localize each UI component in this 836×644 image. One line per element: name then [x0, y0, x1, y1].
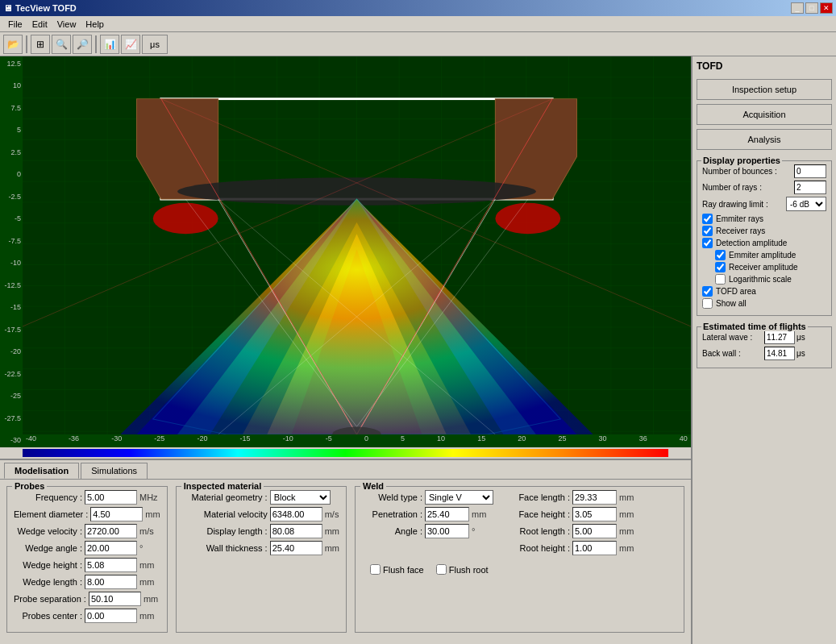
time-of-flights-section: Estimated time of flights Lateral wave :…: [697, 326, 832, 368]
tofd-area-row: TOFD area: [702, 286, 826, 297]
weld-type-select[interactable]: Single V Double V Butt: [425, 490, 493, 505]
root-length-input[interactable]: [572, 524, 617, 538]
wedge-length-input[interactable]: [85, 575, 137, 589]
minimize-button[interactable]: _: [791, 2, 804, 14]
x-label-15: 36: [639, 434, 647, 447]
face-length-input[interactable]: [572, 490, 617, 505]
maximize-button[interactable]: □: [805, 2, 818, 14]
receiver-amplitude-checkbox[interactable]: [715, 262, 726, 272]
open-button[interactable]: 📂: [3, 35, 23, 54]
material-geometry-select[interactable]: Block Pipe: [270, 490, 331, 505]
ray-limit-select[interactable]: -6 dB -3 dB -12 dB: [786, 197, 826, 211]
x-label-0: -40: [26, 434, 36, 447]
y-label-14: -22.5: [0, 370, 23, 378]
x-label-13: 25: [558, 434, 566, 447]
x-label-5: -15: [240, 434, 251, 447]
canvas-area[interactable]: 12.5 10 7.5 5 2.5 0 -2.5 -5 -7.5 -10 -12…: [0, 56, 691, 447]
material-title: Inspected material: [181, 481, 264, 491]
emitter-rays-row: Emmiter rays: [702, 214, 826, 224]
zoom-button[interactable]: 🔍: [52, 35, 71, 54]
zoom-out-button[interactable]: 🔎: [73, 35, 92, 54]
bounces-input[interactable]: [794, 164, 826, 178]
material-velocity-label: Material velocity: [183, 509, 268, 519]
display-length-row: Display length : mm: [183, 524, 339, 538]
logarithmic-scale-checkbox[interactable]: [715, 274, 726, 285]
y-label-15: -25: [0, 392, 23, 400]
wedge-velocity-unit: m/s: [139, 526, 154, 536]
zoom-fit-button[interactable]: ⊞: [31, 35, 50, 54]
menu-help[interactable]: Help: [81, 18, 109, 31]
wall-thickness-input[interactable]: [270, 541, 322, 555]
wedge-length-unit: mm: [139, 577, 154, 587]
close-button[interactable]: ✕: [820, 2, 833, 14]
y-label-7: -5: [0, 214, 23, 222]
tab-content: Probes Frequency : MHz Element diameter …: [0, 479, 691, 639]
angle-row: Angle : °: [362, 524, 493, 538]
emitter-amplitude-checkbox[interactable]: [715, 250, 726, 260]
chart-button[interactable]: 📊: [100, 35, 119, 54]
flush-face-checkbox[interactable]: [370, 564, 381, 575]
display-length-input[interactable]: [270, 524, 322, 538]
x-label-8: 0: [364, 434, 368, 447]
root-height-input[interactable]: [572, 541, 617, 555]
material-velocity-row: Material velocity m/s: [183, 507, 339, 521]
face-height-input[interactable]: [572, 507, 617, 521]
root-height-row: Root height : mm: [510, 541, 634, 555]
menu-edit[interactable]: Edit: [27, 18, 52, 31]
detection-amplitude-checkbox[interactable]: [702, 238, 713, 248]
face-height-unit: mm: [619, 509, 634, 519]
probe-separation-input[interactable]: [89, 592, 141, 606]
wall-thickness-row: Wall thickness : mm: [183, 541, 339, 555]
show-all-row: Show all: [702, 298, 826, 309]
inspection-setup-button[interactable]: Inspection setup: [697, 79, 832, 100]
show-all-label: Show all: [716, 299, 747, 308]
y-label-17: -30: [0, 436, 23, 444]
rays-input[interactable]: [794, 181, 826, 194]
unit-button[interactable]: μs: [142, 35, 168, 54]
detection-amplitude-label: Detection amplitude: [716, 239, 787, 247]
penetration-input[interactable]: [425, 507, 469, 521]
flush-root-check[interactable]: Flush root: [436, 564, 489, 575]
wedge-height-row: Wedge height : mm: [14, 558, 160, 572]
wedge-length-row: Wedge length : mm: [14, 575, 160, 589]
flush-root-checkbox[interactable]: [436, 564, 447, 575]
menu-file[interactable]: File: [3, 18, 27, 31]
face-height-row: Face height : mm: [510, 507, 634, 521]
face-height-label: Face height :: [510, 509, 570, 519]
y-label-6: -2.5: [0, 193, 23, 201]
visualization: [23, 56, 691, 434]
lateral-wave-input[interactable]: [764, 330, 795, 344]
material-velocity-unit: m/s: [325, 509, 339, 519]
wedge-height-input[interactable]: [85, 558, 137, 572]
probes-title: Probes: [12, 481, 47, 491]
x-label-16: 40: [680, 434, 688, 447]
tofd-area-checkbox[interactable]: [702, 286, 713, 297]
x-label-3: -25: [154, 434, 164, 447]
probes-center-input[interactable]: [85, 609, 137, 623]
toolbar: 📂 ⊞ 🔍 🔎 📊 📈 μs: [0, 32, 836, 56]
receiver-rays-checkbox[interactable]: [702, 226, 713, 236]
x-label-2: -30: [111, 434, 122, 447]
face-length-row: Face length : mm: [510, 490, 634, 505]
menu-view[interactable]: View: [52, 18, 81, 31]
show-all-checkbox[interactable]: [702, 298, 713, 309]
left-panel: 12.5 10 7.5 5 2.5 0 -2.5 -5 -7.5 -10 -12…: [0, 56, 691, 644]
flush-face-check[interactable]: Flush face: [370, 564, 424, 575]
back-wall-input[interactable]: [764, 347, 795, 360]
graph-button[interactable]: 📈: [121, 35, 140, 54]
element-diameter-input[interactable]: [90, 507, 143, 521]
analysis-button[interactable]: Analysis: [697, 129, 832, 150]
acquisition-button[interactable]: Acquisition: [697, 104, 832, 125]
frequency-input[interactable]: [85, 490, 137, 505]
angle-input[interactable]: [425, 524, 469, 538]
tab-modelisation[interactable]: Modelisation: [4, 463, 79, 479]
emitter-rays-checkbox[interactable]: [702, 214, 713, 224]
receiver-rays-label: Receiver rays: [716, 226, 765, 235]
display-length-label: Display length :: [183, 526, 268, 536]
element-diameter-row: Element diameter : mm: [14, 507, 160, 521]
tab-simulations[interactable]: Simulations: [81, 463, 148, 479]
wedge-angle-input[interactable]: [85, 541, 137, 555]
frequency-label: Frequency :: [14, 492, 82, 502]
material-velocity-input[interactable]: [270, 507, 322, 521]
wedge-velocity-input[interactable]: [85, 524, 137, 538]
